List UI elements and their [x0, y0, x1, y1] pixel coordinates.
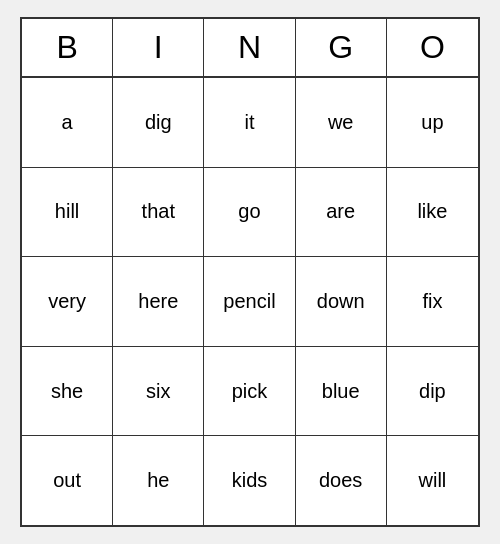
bingo-cell-2-3[interactable]: down — [296, 257, 387, 346]
header-letter-i: I — [113, 19, 204, 76]
header-letter-b: B — [22, 19, 113, 76]
bingo-cell-0-1[interactable]: dig — [113, 78, 204, 167]
bingo-cell-1-3[interactable]: are — [296, 168, 387, 257]
bingo-cell-2-0[interactable]: very — [22, 257, 113, 346]
bingo-cell-3-2[interactable]: pick — [204, 347, 295, 436]
bingo-cell-4-2[interactable]: kids — [204, 436, 295, 525]
bingo-cell-1-4[interactable]: like — [387, 168, 478, 257]
bingo-cell-3-4[interactable]: dip — [387, 347, 478, 436]
header-letter-g: G — [296, 19, 387, 76]
bingo-header: BINGO — [22, 19, 478, 78]
bingo-cell-0-2[interactable]: it — [204, 78, 295, 167]
bingo-cell-0-3[interactable]: we — [296, 78, 387, 167]
bingo-cell-2-4[interactable]: fix — [387, 257, 478, 346]
bingo-cell-0-4[interactable]: up — [387, 78, 478, 167]
bingo-row-1: hillthatgoarelike — [22, 168, 478, 258]
bingo-cell-4-4[interactable]: will — [387, 436, 478, 525]
bingo-cell-3-1[interactable]: six — [113, 347, 204, 436]
bingo-row-0: adigitweup — [22, 78, 478, 168]
bingo-body: adigitweuphillthatgoarelikeveryherepenci… — [22, 78, 478, 525]
bingo-row-4: outhekidsdoeswill — [22, 436, 478, 525]
bingo-cell-1-1[interactable]: that — [113, 168, 204, 257]
bingo-cell-1-0[interactable]: hill — [22, 168, 113, 257]
bingo-card: BINGO adigitweuphillthatgoarelikeveryher… — [20, 17, 480, 527]
header-letter-o: O — [387, 19, 478, 76]
bingo-row-2: veryherepencildownfix — [22, 257, 478, 347]
bingo-cell-4-3[interactable]: does — [296, 436, 387, 525]
bingo-cell-3-0[interactable]: she — [22, 347, 113, 436]
bingo-cell-3-3[interactable]: blue — [296, 347, 387, 436]
bingo-row-3: shesixpickbluedip — [22, 347, 478, 437]
bingo-cell-2-2[interactable]: pencil — [204, 257, 295, 346]
header-letter-n: N — [204, 19, 295, 76]
bingo-cell-4-0[interactable]: out — [22, 436, 113, 525]
bingo-cell-4-1[interactable]: he — [113, 436, 204, 525]
bingo-cell-1-2[interactable]: go — [204, 168, 295, 257]
bingo-cell-0-0[interactable]: a — [22, 78, 113, 167]
bingo-cell-2-1[interactable]: here — [113, 257, 204, 346]
